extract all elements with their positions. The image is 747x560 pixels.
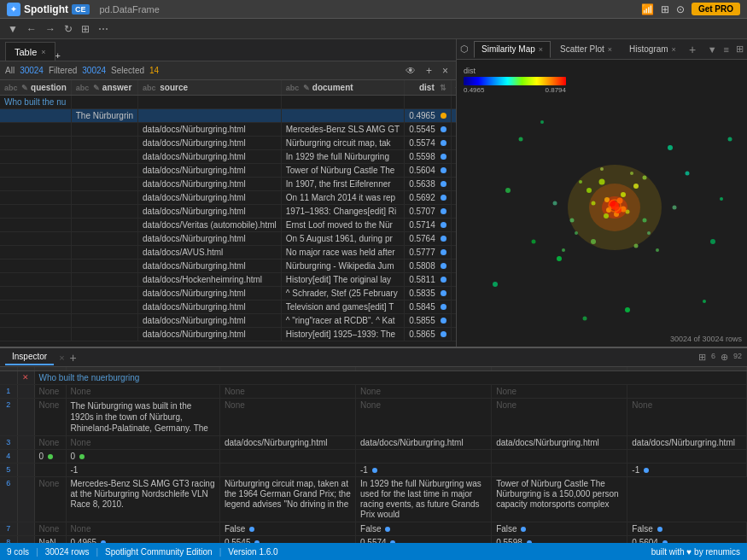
bottom-section: Inspector × + ⊞ 6 ⊕ 92 xyxy=(0,347,747,543)
cell-answer: The Nürburgrin xyxy=(71,109,137,123)
inspector-row: ✕ Who built the nuerburgring xyxy=(0,371,747,385)
histogram-label: Histogram xyxy=(629,44,668,54)
add-right-tab-button[interactable]: + xyxy=(689,43,696,56)
split-pane: Table × + All 30024 Filtered 30024 Selec… xyxy=(0,39,747,347)
svg-point-44 xyxy=(673,206,677,210)
wifi-icon[interactable]: 📶 xyxy=(641,3,654,15)
scatter-plot-close[interactable]: × xyxy=(608,45,612,54)
filter-icon[interactable]: ▼ xyxy=(5,23,20,35)
scatter-plot-label: Scatter Plot xyxy=(560,44,604,54)
tab-table[interactable]: Table × xyxy=(5,42,55,61)
svg-point-38 xyxy=(634,244,639,248)
cell-dist xyxy=(405,96,451,109)
tab-inspector[interactable]: Inspector xyxy=(5,350,54,365)
svg-point-33 xyxy=(570,219,575,223)
map-filter-icon[interactable]: ▼ xyxy=(708,44,717,55)
col-header-add[interactable]: + xyxy=(451,80,456,96)
layout-icon[interactable]: ⊞ xyxy=(79,23,92,35)
title-right-icons: 📶 ⊞ ⊙ Get PRO xyxy=(641,3,740,15)
table-row: The Nürburgrin 0.4965 xyxy=(0,109,456,123)
cell-document xyxy=(281,109,404,123)
inspector-tabbar: Inspector × + ⊞ 6 ⊕ 92 xyxy=(0,348,747,367)
cell-source xyxy=(138,109,282,123)
table-row: data/docs/Nürburgring.html In 1929 the f… xyxy=(0,150,456,164)
table-row: data/docs/Nürburgring.html Nürburgring c… xyxy=(0,137,456,150)
tab-scatter-plot[interactable]: Scatter Plot × xyxy=(552,41,620,58)
inspector-row-icon[interactable]: ⊕ xyxy=(721,352,728,363)
nav-forward-icon[interactable]: → xyxy=(43,23,58,35)
grid-icon[interactable]: ⊞ xyxy=(661,3,669,15)
tab-histogram[interactable]: Histogram × xyxy=(622,41,684,58)
svg-point-18 xyxy=(599,179,605,185)
inspector-row: 1 None None None None None xyxy=(0,385,747,399)
table-container[interactable]: abc ✎ question abc ✎ answer abc xyxy=(0,80,456,347)
close-table-icon[interactable]: × xyxy=(440,65,451,77)
filtered-label: Filtered xyxy=(49,66,77,75)
inspector-col-count: 6 xyxy=(711,352,715,363)
selected-count: 14 xyxy=(149,66,159,75)
table-row: data/docs/Nürburgring.html ^ "ring"racer… xyxy=(0,314,456,328)
inspector-label: Inspector xyxy=(12,352,47,361)
inspector-col-close xyxy=(17,367,34,371)
main-toolbar: ▼ ← → ↻ ⊞ ⋯ xyxy=(0,19,747,39)
cell-dist: 0.4965 xyxy=(405,109,451,123)
col-header-document[interactable]: abc ✎ document xyxy=(281,80,404,96)
right-panel: ⬡ Similarity Map × Scatter Plot × Histog… xyxy=(457,39,747,347)
map-fullscreen-icon[interactable]: ⊞ xyxy=(736,44,744,55)
svg-point-10 xyxy=(519,137,523,142)
col-header-question[interactable]: abc ✎ question xyxy=(0,80,71,96)
more-icon[interactable]: ⋯ xyxy=(96,23,111,35)
data-table: abc ✎ question abc ✎ answer abc xyxy=(0,80,456,341)
colorbar-gradient xyxy=(464,77,566,85)
app-logo: ✦ Spotlight CE xyxy=(7,3,90,16)
table-row: data/docs/AVUS.html No major race was he… xyxy=(0,246,456,260)
inspector-grid-icon[interactable]: ⊞ xyxy=(698,352,706,363)
add-tab-button[interactable]: + xyxy=(55,50,61,61)
eye-icon[interactable]: 👁 xyxy=(403,65,418,77)
svg-point-5 xyxy=(668,145,673,150)
svg-point-40 xyxy=(643,176,647,180)
svg-point-8 xyxy=(720,197,723,201)
github-icon[interactable]: ⊙ xyxy=(676,3,685,15)
row-close[interactable]: ✕ xyxy=(17,371,34,385)
map-settings-icon[interactable]: ≡ xyxy=(724,44,729,55)
table-row: data/docs/Nürburgring.html History[edit]… xyxy=(0,328,456,341)
similarity-map-area: dist 0.4965 0.8794 xyxy=(457,60,747,347)
tab-table-label: Table xyxy=(15,47,37,57)
inspector-icons: ⊞ 6 ⊕ 92 xyxy=(698,352,742,363)
colorbar-min: 0.4965 xyxy=(464,86,484,94)
row-marker: 7 xyxy=(0,522,17,536)
svg-point-3 xyxy=(557,256,562,261)
table-row: data/docs/Nürburgring.html Television an… xyxy=(0,300,456,314)
col-header-dist[interactable]: dist ⇅ xyxy=(405,80,451,96)
svg-point-15 xyxy=(493,282,498,287)
inspector-question-cell: Who built the nuerburgring xyxy=(34,371,747,385)
svg-point-35 xyxy=(643,219,647,223)
row-close xyxy=(17,399,34,436)
similarity-map-label: Similarity Map xyxy=(481,44,535,54)
add-col-icon[interactable]: + xyxy=(423,65,435,77)
get-pro-button[interactable]: Get PRO xyxy=(692,3,740,15)
add-inspector-button[interactable]: + xyxy=(70,351,77,365)
main-area: Table × + All 30024 Filtered 30024 Selec… xyxy=(0,39,747,543)
table-row: data/docs/Nürburgring.html 1971–1983: Ch… xyxy=(0,205,456,219)
tab-similarity-map[interactable]: Similarity Map × xyxy=(474,41,551,58)
table-row: data/docs/Veritas (automobile).html Erns… xyxy=(0,219,456,232)
svg-point-6 xyxy=(686,172,690,176)
inspector-container[interactable]: ✕ Who built the nuerburgring 1 None None… xyxy=(0,367,747,543)
nav-back-icon[interactable]: ← xyxy=(24,23,39,35)
refresh-icon[interactable]: ↻ xyxy=(61,23,75,35)
col-header-answer[interactable]: abc ✎ answer xyxy=(71,80,137,96)
tab-table-close[interactable]: × xyxy=(41,48,45,56)
col-header-source[interactable]: abc source xyxy=(138,80,282,96)
all-label: All xyxy=(5,66,15,75)
status-rows: 30024 rows xyxy=(45,547,90,557)
table-row: data/docs/Nürburgring.html Mercedes-Benz… xyxy=(0,123,456,137)
table-tabbar: Table × + xyxy=(0,39,456,61)
table-row: data/docs/Nürburgring.html ^ Schrader, S… xyxy=(0,287,456,300)
similarity-map-close[interactable]: × xyxy=(539,45,543,54)
expand-icon[interactable]: ⬡ xyxy=(460,44,469,55)
histogram-close[interactable]: × xyxy=(672,45,676,54)
row-marker: 8 xyxy=(0,536,17,544)
table-row: data/docs/Nürburgring.html Tower of Nürb… xyxy=(0,164,456,178)
